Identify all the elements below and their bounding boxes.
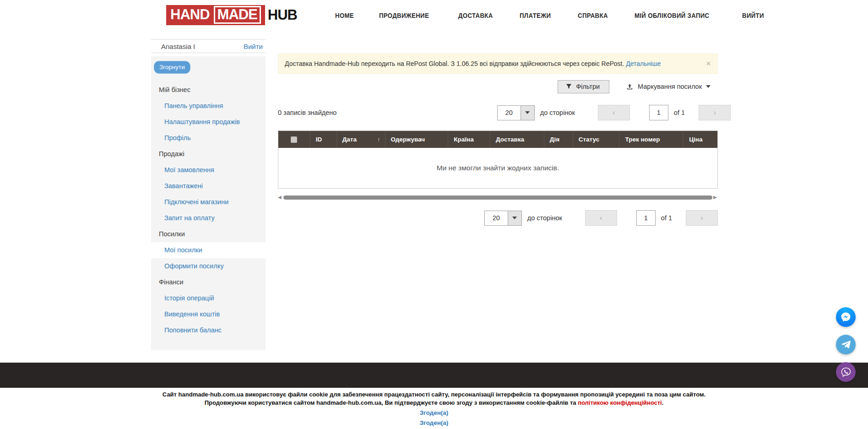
scrollbar-thumb[interactable] [283,195,712,200]
sidebar-item-uploaded[interactable]: Завантажені [151,178,266,194]
per-page-value: 20 [498,106,521,120]
page-of-label: of 1 [674,109,685,116]
table-empty-body: Ми не змогли знайти жодних записів. [278,148,717,188]
column-label: Доставка [496,136,524,143]
scrollbar-track[interactable] [283,195,712,200]
column-label: Трек номер [625,136,660,143]
page-number-input[interactable] [649,105,668,120]
marking-dropdown[interactable]: Маркування посилок [626,83,711,91]
main-content: Доставка Handmade-Hub переходить на RePo… [278,54,718,226]
section-parcels: Посилки [151,226,266,242]
page-number-input[interactable] [636,210,656,226]
brand-logo[interactable]: HAND MADE HUB [166,5,297,25]
nav-delivery[interactable]: ДОСТАВКА [458,11,493,19]
logo-hub: HUB [268,7,297,23]
sidebar-item-profile[interactable]: Профіль [151,130,266,146]
column-header-status[interactable]: Статус [573,131,620,148]
chevron-right-icon: › [700,213,703,223]
select-arrow-button[interactable] [521,106,534,120]
username: Anastasia I [161,43,195,50]
sidebar-item-sales-settings[interactable]: Налаштування продажів [151,114,266,130]
sidebar-item-my-orders[interactable]: Мої замовлення [151,162,266,178]
column-header-price[interactable]: Ціна [684,131,717,148]
per-page-select[interactable]: 20 [497,105,535,120]
scroll-left-icon[interactable]: ◀ [278,195,282,200]
column-label: ID [316,136,322,143]
main-nav: HOME ПРОДВИЖЕНИЕ ДОСТАВКА ПЛАТЕЖИ СПРАВК… [335,0,767,30]
sidebar-item-transaction-history[interactable]: Історія операцій [151,290,266,306]
column-label: Дата [342,136,357,143]
telegram-button[interactable] [836,335,856,354]
viber-button[interactable] [836,362,856,382]
prev-page-button[interactable]: ‹ [598,105,630,120]
horizontal-scrollbar: ◀ ▶ [278,195,718,200]
scroll-right-icon[interactable]: ▶ [713,195,718,200]
sidebar-item-my-parcels[interactable]: Мої посилки [151,242,266,258]
cookie-line2-text: Продовжуючи користуватися сайтом handmad… [205,399,578,406]
logo-hand: HAND [170,6,210,23]
sidebar-logout-link[interactable]: Вийти [244,43,263,50]
cookie-text-line2: Продовжуючи користуватися сайтом handmad… [0,399,868,407]
close-icon[interactable]: × [706,59,711,69]
agree-link-1[interactable]: Згоден(а) [0,408,868,417]
telegram-icon [841,339,852,350]
column-label: Статус [579,136,600,143]
section-my-business: Мій бізнес [151,82,266,98]
sidebar-item-create-parcel[interactable]: Оформити посилку [151,258,266,274]
logo-red-box: HAND MADE [166,5,265,25]
user-row: Anastasia I Вийти [151,39,266,53]
nav-logout[interactable]: ВИЙТИ [742,11,764,19]
chevron-down-icon [706,85,711,88]
marking-dropdown-label: Маркування посилок [638,83,702,90]
sidebar-menu: Мій бізнес Панель управління Налаштуванн… [151,82,266,338]
sidebar-item-payment-request[interactable]: Запит на оплату [151,210,266,226]
sidebar: Anastasia I Вийти Згорнути Мій бізнес Па… [151,39,266,350]
nav-home[interactable]: HOME [335,11,354,19]
column-header-delivery[interactable]: Доставка [490,131,544,148]
nav-promotion[interactable]: ПРОДВИЖЕНИЕ [379,11,429,19]
prev-page-button[interactable]: ‹ [585,210,617,226]
messenger-button[interactable] [836,307,856,327]
privacy-policy-link[interactable]: політикою конфіденційності [578,399,662,406]
collapse-button[interactable]: Згорнути [154,61,190,74]
pagination-top: 20 до сторінок ‹ of 1 › [497,105,731,120]
filters-button[interactable]: Фільтри [558,80,609,93]
column-header-track-number[interactable]: Трек номер [619,131,684,148]
next-page-button[interactable]: › [699,105,731,120]
sidebar-item-withdraw-funds[interactable]: Виведення коштів [151,306,266,322]
per-page-value: 20 [485,211,508,225]
upload-tray-icon [626,83,634,91]
nav-help[interactable]: СПРАВКА [578,11,608,19]
select-all-checkbox[interactable] [291,136,297,143]
sidebar-item-connected-stores[interactable]: Підключені магазини [151,194,266,210]
cookie-line2-period: . [662,399,664,406]
next-page-button[interactable]: › [686,210,718,226]
column-header-action[interactable]: Дія [544,131,573,148]
per-page-select[interactable]: 20 [484,211,522,226]
column-header-recipient[interactable]: Одержувач [385,131,449,148]
toolbar: Фільтри Маркування посилок [278,79,718,94]
section-finance: Фінанси [151,274,266,290]
banner-details-link[interactable]: Детальніше [626,60,661,67]
section-sales: Продажі [151,146,266,162]
column-label: Одержувач [391,136,425,143]
column-header-date[interactable]: Дата ↑ [337,131,385,148]
footer-dark-band [0,363,868,388]
nav-my-account[interactable]: МІЙ ОБЛІКОВИЙ ЗАПИС [635,11,710,19]
table-header-checkbox-cell [278,131,310,148]
select-arrow-button[interactable] [508,211,521,225]
records-count: 0 записів знайдено [278,109,336,116]
chevron-left-icon: ‹ [613,108,615,117]
agree-link-2[interactable]: Згоден(а) [0,418,868,427]
sidebar-item-dashboard[interactable]: Панель управління [151,98,266,114]
nav-payments[interactable]: ПЛАТЕЖИ [520,11,551,19]
viber-icon [840,366,852,378]
chevron-down-icon [525,111,530,114]
column-header-country[interactable]: Країна [448,131,490,148]
sidebar-item-top-up-balance[interactable]: Поповнити баланс [151,322,266,338]
page-of-label: of 1 [661,214,672,222]
column-header-id[interactable]: ID [310,131,337,148]
sort-asc-icon[interactable]: ↑ [377,136,380,143]
parcels-table: ID Дата ↑ Одержувач Країна Доставка Дія … [278,130,718,189]
empty-table-message: Ми не змогли знайти жодних записів. [437,164,559,172]
